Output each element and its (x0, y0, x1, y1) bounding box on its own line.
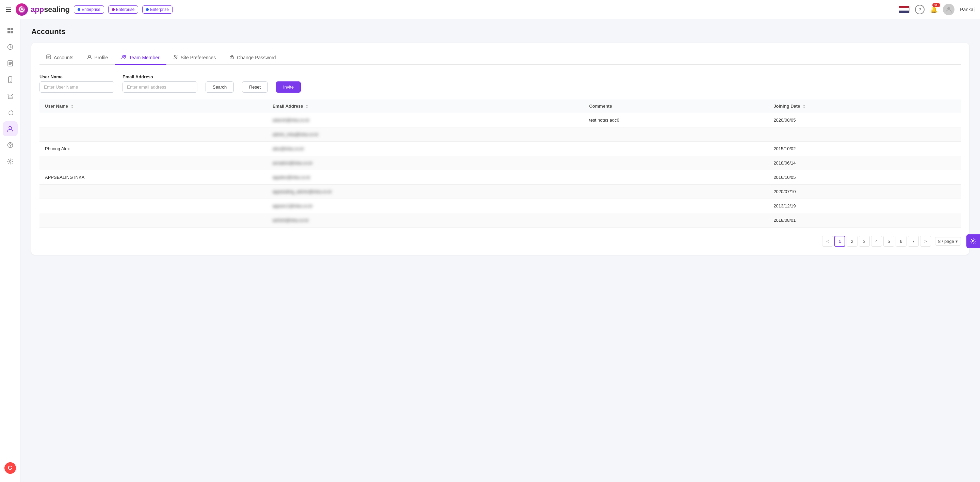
sidebar-item-mobile[interactable] (3, 72, 18, 87)
tab-site-preferences[interactable]: Site Preferences (166, 51, 223, 65)
g2-button[interactable]: G (5, 462, 16, 474)
help-button[interactable]: ? (915, 5, 924, 14)
topbar-left: ☰ appsealing Enterprise Enterprise (5, 3, 894, 16)
svg-point-16 (9, 161, 11, 163)
chevron-down-icon: ▾ (956, 239, 958, 244)
sidebar-item-clock[interactable] (3, 40, 18, 54)
pagination-page-5[interactable]: 5 (883, 236, 894, 247)
table-row: appsealing_admin@inka.co.kr2020/07/10 (40, 185, 961, 199)
cell-email: adarsh@inka.co.kr (267, 113, 584, 128)
search-button[interactable]: Search (205, 81, 234, 93)
cell-joining-date: 2015/10/02 (768, 142, 961, 156)
pagination-page-6[interactable]: 6 (896, 236, 907, 247)
user-name[interactable]: Pankaj (960, 7, 975, 12)
svg-point-19 (89, 55, 91, 57)
username-label: User Name (40, 74, 115, 79)
table-row: appsec1@inka.co.kr2013/12/19 (40, 199, 961, 213)
col-username: User Name (40, 99, 267, 113)
sidebar-item-report[interactable] (3, 56, 18, 71)
svg-rect-11 (8, 97, 12, 99)
pagination-page-4[interactable]: 4 (871, 236, 882, 247)
sort-icon-username[interactable] (71, 105, 73, 108)
cell-email: appsealing_admin@inka.co.kr (267, 185, 584, 199)
reset-button[interactable]: Reset (242, 81, 268, 93)
pagination-page-2[interactable]: 2 (846, 236, 858, 247)
svg-point-10 (10, 81, 11, 82)
tabs: Accounts Profile Team Member (40, 51, 961, 65)
sidebar-item-android[interactable] (3, 89, 18, 104)
cell-email: appsec1@inka.co.kr (267, 199, 584, 213)
change-password-tab-icon (229, 54, 234, 60)
tab-profile[interactable]: Profile (80, 51, 115, 65)
tab-accounts[interactable]: Accounts (40, 51, 80, 65)
per-page-selector[interactable]: 8 / page ▾ (935, 237, 961, 246)
svg-point-13 (11, 96, 11, 96)
svg-rect-3 (8, 28, 10, 30)
cell-email: admin_inka@inka.co.kr (267, 128, 584, 142)
sidebar-item-apple[interactable] (3, 105, 18, 120)
cell-email: ashish@inka.co.kr (267, 213, 584, 228)
team-member-tab-icon (121, 54, 126, 60)
username-input[interactable] (40, 81, 115, 93)
search-form: User Name Email Address Search Reset Inv… (40, 74, 961, 93)
pagination-page-7[interactable]: 7 (908, 236, 919, 247)
tab-team-member[interactable]: Team Member (115, 51, 166, 65)
svg-point-20 (123, 56, 124, 57)
dot-icon (146, 8, 149, 11)
sidebar-bottom: G (5, 462, 16, 478)
invite-button[interactable]: Invite (276, 81, 301, 93)
cell-comments (584, 156, 768, 170)
cell-username: Phuong Alex (40, 142, 267, 156)
cell-comments (584, 142, 768, 156)
pagination: < 1 2 3 4 5 6 7 > 8 / page ▾ (40, 236, 961, 247)
sidebar-item-user[interactable] (3, 121, 18, 136)
sort-icon-email[interactable] (305, 105, 308, 108)
sidebar: G (0, 19, 21, 482)
email-input[interactable] (123, 81, 197, 93)
language-flag[interactable] (899, 6, 910, 13)
site-preferences-tab-icon (173, 54, 178, 60)
sort-icon-date[interactable] (803, 105, 805, 108)
pagination-page-1[interactable]: 1 (834, 236, 845, 247)
svg-point-2 (947, 7, 950, 10)
cell-comments (584, 170, 768, 185)
hamburger-button[interactable]: ☰ (5, 5, 11, 14)
svg-rect-6 (11, 31, 13, 34)
header-row: User Name Email Address Comments (40, 99, 961, 113)
pagination-next[interactable]: > (920, 236, 931, 247)
cell-joining-date: 2018/06/14 (768, 156, 961, 170)
cell-joining-date: 2020/08/05 (768, 113, 961, 128)
content-card: Accounts Profile Team Member (31, 43, 969, 255)
settings-float-button[interactable] (966, 235, 980, 248)
col-comments: Comments (584, 99, 768, 113)
sidebar-item-grid[interactable] (3, 23, 18, 38)
pagination-page-3[interactable]: 3 (859, 236, 870, 247)
cell-email: appdev@inka.co.kr (267, 170, 584, 185)
enterprise-badge-1[interactable]: Enterprise (74, 5, 104, 14)
table-row: Phuong Alexalex@inka.co.kr2015/10/02 (40, 142, 961, 156)
user-avatar[interactable] (943, 4, 955, 15)
table-body: adarsh@inka.co.krtest notes adc62020/08/… (40, 113, 961, 228)
logo-area: appsealing (16, 3, 70, 16)
table-row: annakim@inka.co.kr2018/06/14 (40, 156, 961, 170)
cell-username (40, 199, 267, 213)
cell-comments: test notes adc6 (584, 113, 768, 128)
svg-point-14 (9, 126, 11, 129)
sidebar-item-billing[interactable] (3, 137, 18, 153)
cell-username (40, 156, 267, 170)
enterprise-badge-3[interactable]: Enterprise (142, 5, 172, 14)
email-label: Email Address (123, 74, 197, 79)
table-row: ashish@inka.co.kr2018/08/01 (40, 213, 961, 228)
enterprise-badge-2[interactable]: Enterprise (108, 5, 138, 14)
svg-point-23 (231, 57, 232, 58)
profile-tab-icon (87, 54, 92, 60)
topbar: ☰ appsealing Enterprise Enterprise (0, 0, 980, 19)
sidebar-item-settings[interactable] (3, 154, 18, 169)
page-title: Accounts (31, 27, 969, 36)
cell-username (40, 213, 267, 228)
tab-change-password[interactable]: Change Password (223, 51, 282, 65)
pagination-prev[interactable]: < (822, 236, 833, 247)
topbar-right: ? 🔔 30+ Pankaj (899, 4, 975, 15)
notification-button[interactable]: 🔔 30+ (930, 6, 937, 13)
table-row: adarsh@inka.co.krtest notes adc62020/08/… (40, 113, 961, 128)
